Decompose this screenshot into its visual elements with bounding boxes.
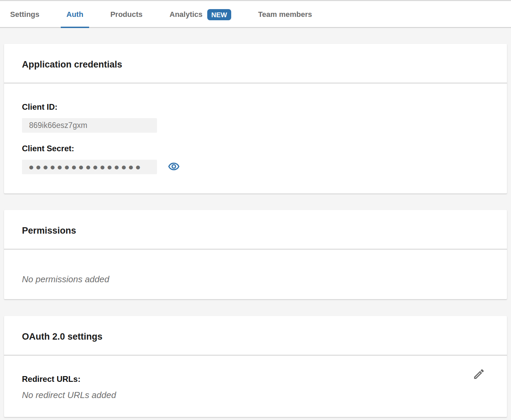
oauth-settings-body: Redirect URLs: No redirect URLs added — [4, 356, 507, 417]
application-credentials-header: Application credentials — [4, 44, 507, 83]
tab-products[interactable]: Products — [105, 1, 148, 28]
oauth-settings-card: OAuth 2.0 settings Redirect URLs: No red… — [4, 316, 507, 417]
no-redirect-urls-text: No redirect URLs added — [22, 390, 489, 400]
tab-team-members-label: Team members — [258, 10, 312, 19]
client-id-field[interactable]: 869ik66esz7gxm — [22, 118, 157, 133]
tab-settings[interactable]: Settings — [4, 1, 45, 28]
client-secret-field[interactable]: ●●●●●●●●●●●●●●●● — [22, 160, 157, 174]
client-secret-masked-value: ●●●●●●●●●●●●●●●● — [29, 164, 143, 170]
eye-icon — [168, 161, 180, 173]
permissions-body: No permissions added — [4, 250, 507, 299]
tab-team-members[interactable]: Team members — [252, 1, 318, 28]
oauth-settings-header: OAuth 2.0 settings — [4, 316, 507, 355]
permissions-title: Permissions — [22, 226, 489, 236]
application-credentials-title: Application credentials — [22, 59, 489, 70]
tab-products-label: Products — [110, 10, 142, 19]
tab-analytics-label: Analytics — [169, 10, 203, 19]
client-secret-row: ●●●●●●●●●●●●●●●● — [22, 160, 489, 174]
reveal-secret-button[interactable] — [168, 161, 180, 173]
tab-bar: Settings Auth Products Analytics NEW Tea… — [0, 0, 511, 28]
oauth-settings-title: OAuth 2.0 settings — [22, 332, 489, 342]
edit-redirect-urls-button[interactable] — [472, 368, 486, 381]
application-credentials-body: Client ID: 869ik66esz7gxm Client Secret:… — [4, 83, 507, 193]
application-credentials-card: Application credentials Client ID: 869ik… — [4, 44, 507, 193]
redirect-urls-label: Redirect URLs: — [22, 374, 489, 384]
tab-auth[interactable]: Auth — [61, 1, 89, 28]
pencil-icon — [473, 368, 485, 382]
tab-settings-label: Settings — [10, 10, 39, 19]
client-id-label: Client ID: — [22, 102, 489, 112]
no-permissions-text: No permissions added — [22, 274, 489, 284]
client-secret-label: Client Secret: — [22, 144, 489, 153]
new-badge: NEW — [207, 9, 231, 20]
tab-analytics[interactable]: Analytics NEW — [164, 1, 237, 28]
permissions-card: Permissions No permissions added — [4, 210, 507, 299]
auth-tab-content: Application credentials Client ID: 869ik… — [0, 44, 511, 417]
tab-auth-label: Auth — [66, 10, 83, 19]
client-id-value: 869ik66esz7gxm — [29, 121, 87, 130]
permissions-header: Permissions — [4, 210, 507, 249]
